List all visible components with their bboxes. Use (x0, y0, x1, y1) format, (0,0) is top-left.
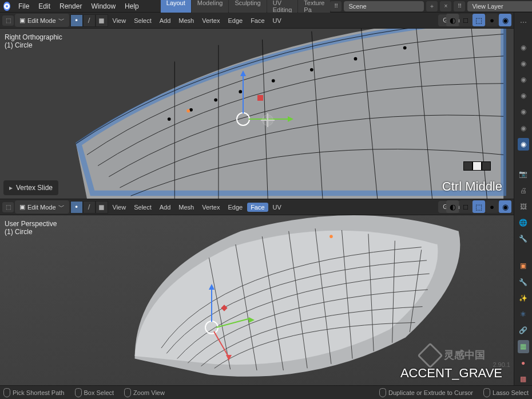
blender-logo[interactable] (3, 2, 10, 11)
face-select-icon[interactable]: ◼ (96, 201, 108, 214)
menu-render[interactable]: Render (55, 1, 86, 11)
wireframe-shading-icon[interactable]: ⬚ (473, 14, 485, 26)
eye-icon[interactable]: ◉ (518, 89, 529, 102)
h2-add[interactable]: Add (156, 203, 174, 212)
overlay-toggle-icon[interactable]: ◐ (446, 14, 459, 26)
mode-label: Edit Mode (27, 17, 56, 24)
view-name: Right Orthographic (5, 33, 62, 41)
scene-browse-icon[interactable]: ⠿ (330, 1, 342, 11)
mode-select[interactable]: ▣ Edit Mode ﹀ (15, 200, 69, 214)
mode-label: Edit Mode (27, 204, 56, 211)
screencast-key-1: Ctrl Middle (442, 179, 502, 194)
viewport2-header: ⬚ ▣ Edit Mode ﹀ • / ◼ View Select Add Me… (0, 199, 514, 215)
h1-mesh[interactable]: Mesh (175, 16, 197, 25)
svg-point-5 (239, 90, 242, 93)
gizmo-center[interactable] (236, 112, 250, 126)
watermark: 灵感中国 (421, 346, 485, 365)
status-dup: Duplicate or Extrude to Cursor (379, 388, 473, 397)
eye-icon[interactable]: ◉ (518, 57, 529, 70)
h1-vertex[interactable]: Vertex (198, 16, 223, 25)
chevron-down-icon: ﹀ (58, 203, 65, 211)
status-bar: Pick Shortest Path Box Select Zoom View … (0, 385, 532, 399)
solid-shading-icon[interactable]: ● (486, 14, 498, 26)
particle-props-icon[interactable]: ✨ (518, 292, 529, 305)
render-props-icon[interactable]: 📷 (518, 168, 529, 180)
matpreview-shading-icon[interactable]: ◉ (499, 200, 511, 213)
modifier-props-icon[interactable]: 🔧 (518, 276, 529, 289)
top-menu-bar: File Edit Render Window Help Layout Mode… (0, 0, 532, 13)
menu-file[interactable]: File (14, 1, 34, 11)
last-operator-panel[interactable]: Vertex Slide (3, 180, 58, 195)
status-zoom: Zoom View (124, 388, 165, 397)
xray-toggle-icon[interactable]: □ (459, 200, 472, 213)
constraint-props-icon[interactable]: 🔗 (518, 324, 529, 337)
vertex-select-icon[interactable]: • (70, 14, 83, 27)
edge-select-icon[interactable]: / (83, 14, 96, 27)
edge-select-icon[interactable]: / (83, 201, 96, 214)
eye-icon[interactable]: ◉ (518, 121, 529, 134)
world-props-icon[interactable]: 🔧 (518, 232, 529, 245)
h2-select[interactable]: Select (130, 203, 155, 212)
viewport-bottom[interactable]: ⬚ ▣ Edit Mode ﹀ • / ◼ View Select Add Me… (0, 199, 514, 385)
eye-icon[interactable]: ◉ (518, 105, 529, 118)
eye-icon[interactable]: ◉ (518, 138, 529, 151)
layer-browse-icon[interactable]: ⠿ (454, 1, 465, 11)
h2-face[interactable]: Face (247, 203, 268, 212)
chevron-down-icon: ﹀ (58, 16, 65, 25)
scene-del-icon[interactable]: × (440, 1, 451, 11)
physics-props-icon[interactable]: ⚛ (518, 308, 529, 321)
menu-help[interactable]: Help (120, 1, 144, 11)
matpreview-shading-icon[interactable]: ◉ (499, 14, 511, 26)
solid-shading-icon[interactable]: ● (486, 200, 498, 213)
h1-select[interactable]: Select (130, 16, 155, 25)
overlay-toggle-icon[interactable]: ◐ (446, 200, 459, 213)
svg-point-10 (186, 109, 190, 113)
h1-face[interactable]: Face (247, 16, 268, 25)
scene-name-input[interactable] (344, 1, 424, 11)
vertex-select-icon[interactable]: • (70, 201, 83, 214)
status-box: Box Select (75, 388, 114, 397)
object-props-icon[interactable]: ▣ (518, 259, 529, 272)
properties-sidebar: ⋯ ◉ ◉ ◉ ◉ ◉ ◉ ◉ 📷 🖨 🖼 🌐 🔧 ▣ 🔧 ✨ ⚛ 🔗 ▦ ● … (514, 13, 532, 385)
editor-type-icon[interactable]: ⬚ (2, 202, 14, 212)
scene-new-icon[interactable]: ＋ (426, 1, 438, 11)
h1-uv[interactable]: UV (269, 16, 285, 25)
eye-icon[interactable]: ◉ (518, 41, 529, 53)
h2-edge[interactable]: Edge (224, 203, 246, 212)
h2-vertex[interactable]: Vertex (198, 203, 223, 212)
editmode-icon: ▣ (19, 17, 25, 24)
mesh-canvas-1[interactable] (0, 29, 514, 199)
view-info-2: User Perspective (1) Circle (5, 220, 57, 236)
h2-mesh[interactable]: Mesh (175, 203, 197, 212)
h2-uv[interactable]: UV (269, 203, 285, 212)
editmode-icon: ▣ (19, 203, 25, 211)
object-name: (1) Circle (5, 41, 62, 49)
mesh-props-icon[interactable]: ▦ (518, 340, 529, 353)
shading-buttons: ◐ □ ⬚ ● ◉ (446, 14, 511, 26)
h2-view[interactable]: View (109, 203, 130, 212)
texture-props-icon[interactable]: ▩ (518, 373, 529, 385)
editor-type-icon[interactable]: ⬚ (2, 15, 14, 26)
wireframe-shading-icon[interactable]: ⬚ (473, 200, 485, 213)
h1-edge[interactable]: Edge (224, 16, 246, 25)
scene-props-icon[interactable]: 🌐 (518, 216, 529, 229)
shading-buttons: ◐ □ ⬚ ● ◉ (446, 200, 511, 213)
h1-view[interactable]: View (109, 16, 130, 25)
material-props-icon[interactable]: ● (518, 357, 529, 369)
layer-name-input[interactable] (467, 1, 532, 11)
options-icon[interactable]: ⋯ (518, 16, 529, 29)
eye-icon[interactable]: ◉ (518, 73, 529, 86)
menu-window[interactable]: Window (86, 1, 120, 11)
svg-point-11 (329, 235, 333, 238)
h1-add[interactable]: Add (156, 16, 174, 25)
output-props-icon[interactable]: 🖨 (518, 184, 529, 197)
mode-select[interactable]: ▣ Edit Mode ﹀ (15, 14, 69, 27)
xray-toggle-icon[interactable]: □ (459, 14, 472, 26)
viewport-top[interactable]: ⬚ ▣ Edit Mode ﹀ • / ◼ View Select Add Me… (0, 13, 514, 199)
menu-edit[interactable]: Edit (34, 1, 55, 11)
face-select-icon[interactable]: ◼ (96, 14, 108, 27)
status-pick: Pick Shortest Path (3, 388, 65, 397)
view-info-1: Right Orthographic (1) Circle (5, 33, 62, 49)
svg-point-2 (168, 117, 171, 121)
viewlayer-props-icon[interactable]: 🖼 (518, 200, 529, 213)
